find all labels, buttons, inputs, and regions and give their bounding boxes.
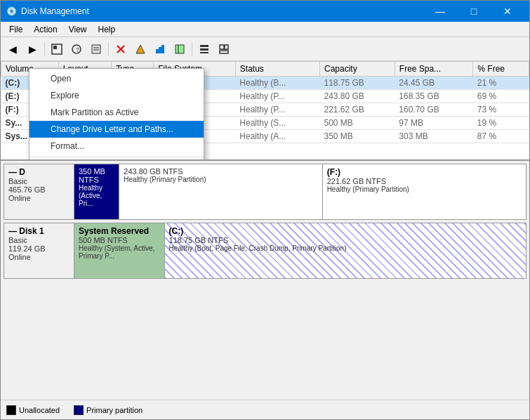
table-cell: 24.45 GB: [395, 77, 472, 90]
context-menu-item[interactable]: Format...: [29, 138, 204, 155]
menu-bar: File Action View Help: [1, 22, 529, 37]
partition-status: Healthy (Boot, Page File, Crash Dump, Pr…: [169, 244, 522, 252]
table-cell: 97 MB: [395, 117, 472, 130]
table-cell: 69 %: [473, 90, 529, 103]
svg-rect-11: [159, 47, 161, 53]
close-button[interactable]: ✕: [491, 1, 524, 22]
svg-rect-1: [53, 46, 57, 49]
toolbar-sep1: [44, 42, 45, 56]
partition-size: 500 MB NTFS: [79, 236, 160, 244]
maximize-button[interactable]: □: [458, 1, 490, 22]
toolbar-btn2[interactable]: ?: [67, 40, 86, 58]
toolbar-btn3[interactable]: [87, 40, 105, 58]
table-cell: Healthy (B...: [235, 77, 319, 90]
menu-view[interactable]: View: [63, 23, 93, 36]
disk-partition[interactable]: (F:) 221.62 GB NTFS Healthy (Primary Par…: [323, 164, 526, 219]
table-cell: 221.62 GB: [320, 103, 395, 117]
col-status[interactable]: Status: [235, 62, 319, 77]
legend-primary: Primary partition: [74, 405, 143, 415]
toolbar-sep3: [192, 42, 192, 56]
status-bar: Unallocated Primary partition: [1, 400, 529, 419]
disk-type: Basic: [8, 177, 69, 185]
disk-partitions: 350 MB NTFS Healthy (Active, Pri... 243.…: [74, 164, 526, 219]
toolbar-btn6[interactable]: [151, 40, 169, 58]
table-cell: 160.70 GB: [395, 103, 472, 117]
table-cell: Healthy (S...: [235, 117, 319, 130]
disk-row: — D Basic 465.76 GB Online 350 MB NTFS H…: [4, 164, 526, 220]
table-cell: 118.75 GB: [320, 77, 395, 90]
partition-status: Healthy (Primary Partition): [327, 185, 522, 193]
disk-partition[interactable]: 243.80 GB NTFS Healthy (Primary Partitio…: [119, 164, 322, 219]
disk-status: Online: [8, 253, 69, 261]
context-menu-item[interactable]: Open: [29, 70, 204, 87]
svg-rect-20: [220, 51, 228, 53]
toolbar-btn9[interactable]: [215, 40, 233, 58]
svg-rect-4: [92, 45, 100, 53]
back-button[interactable]: ◀: [4, 40, 22, 58]
disk-type: Basic: [8, 236, 69, 244]
disk-name: — Disk 1: [8, 226, 69, 236]
context-menu-item[interactable]: Change Drive Letter and Paths...: [29, 121, 204, 138]
table-cell: 73 %: [473, 103, 529, 117]
svg-rect-10: [156, 49, 159, 53]
legend-unallocated-label: Unallocated: [19, 406, 60, 414]
menu-action[interactable]: Action: [28, 23, 62, 36]
col-capacity[interactable]: Capacity: [320, 62, 395, 77]
title-bar-left: 💿 Disk Management: [6, 6, 89, 16]
partition-status: Healthy (Primary Partition): [124, 176, 317, 183]
table-cell: 87 %: [473, 130, 529, 143]
disk-partition[interactable]: 350 MB NTFS Healthy (Active, Pri...: [74, 164, 119, 219]
context-menu-item[interactable]: Mark Partition as Active: [29, 104, 204, 121]
table-cell: 21 %: [473, 77, 529, 90]
title-bar: 💿 Disk Management — □ ✕: [1, 1, 529, 22]
context-menu-separator: [29, 157, 204, 157]
disk-partition[interactable]: (C:) 118.75 GB NTFS Healthy (Boot, Page …: [165, 223, 526, 278]
table-cell: 168.35 GB: [395, 90, 472, 103]
forward-button[interactable]: ▶: [23, 40, 41, 58]
svg-rect-12: [161, 45, 164, 53]
col-freepct[interactable]: % Free: [473, 62, 529, 77]
toolbar: ◀ ▶ ?: [1, 37, 529, 61]
disk-partitions: System Reserved 500 MB NTFS Healthy (Sys…: [74, 223, 526, 278]
main-content: Volume Layout Type File System Status Ca…: [1, 61, 529, 400]
svg-rect-19: [225, 45, 228, 49]
partition-name: System Reserved: [79, 226, 160, 236]
disk-row: — Disk 1 Basic 119.24 GB Online System R…: [4, 223, 526, 279]
toolbar-btn7[interactable]: [171, 40, 189, 58]
context-menu: OpenExploreMark Partition as ActiveChang…: [29, 68, 204, 159]
volume-table-area: Volume Layout Type File System Status Ca…: [1, 61, 529, 159]
svg-rect-13: [175, 45, 184, 53]
disk-label: — Disk 1 Basic 119.24 GB Online: [4, 223, 74, 278]
svg-rect-16: [200, 48, 208, 51]
minimize-button[interactable]: —: [424, 1, 456, 22]
disk-partition[interactable]: System Reserved 500 MB NTFS Healthy (Sys…: [74, 223, 165, 278]
partition-size: 243.80 GB NTFS: [124, 167, 317, 176]
table-cell: Healthy (P...: [235, 90, 319, 103]
delete-button[interactable]: [112, 40, 130, 58]
partition-status: Healthy (Active, Pri...: [79, 184, 114, 207]
partition-name: (C:): [169, 226, 522, 236]
title-bar-controls: — □ ✕: [424, 1, 524, 22]
partition-status: Healthy (System, Active, Primary P...: [79, 244, 160, 260]
toolbar-btn1[interactable]: [48, 40, 66, 58]
partition-size: 118.75 GB NTFS: [169, 236, 522, 244]
table-cell: 500 MB: [320, 117, 395, 130]
window-icon: 💿: [6, 6, 17, 16]
table-cell: 243.80 GB: [320, 90, 395, 103]
disk-status: Online: [8, 194, 69, 202]
svg-text:?: ?: [76, 46, 79, 53]
col-freespace[interactable]: Free Spa...: [395, 62, 472, 77]
window-title: Disk Management: [21, 6, 89, 16]
table-cell: 350 MB: [320, 130, 395, 143]
toolbar-btn8[interactable]: [195, 40, 213, 58]
legend-unallocated: Unallocated: [6, 405, 60, 415]
menu-help[interactable]: Help: [93, 23, 121, 36]
disk-label: — D Basic 465.76 GB Online: [4, 164, 74, 219]
legend-primary-box: [74, 405, 84, 415]
menu-file[interactable]: File: [4, 23, 28, 36]
legend-primary-label: Primary partition: [86, 406, 143, 414]
legend-unallocated-box: [6, 405, 16, 415]
toolbar-btn5[interactable]: [131, 40, 150, 58]
context-menu-item[interactable]: Explore: [29, 87, 204, 104]
table-cell: 19 %: [473, 117, 529, 130]
